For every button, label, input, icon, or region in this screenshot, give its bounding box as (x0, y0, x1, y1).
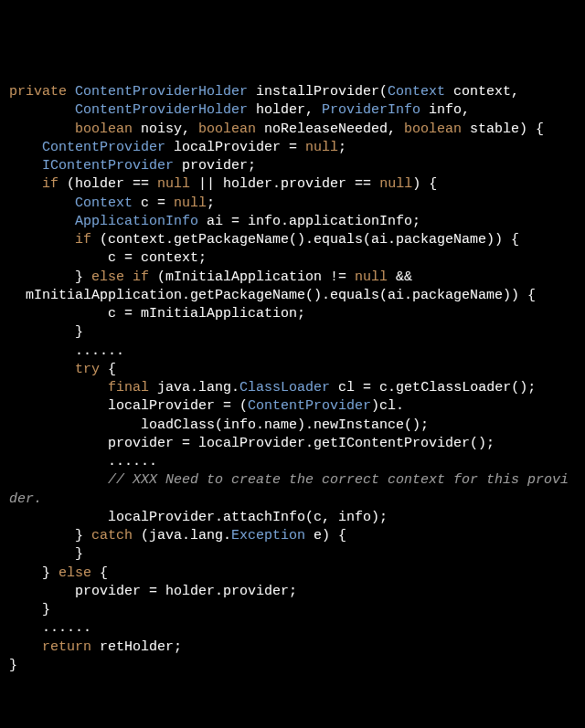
code-token: (java.lang. (133, 528, 231, 543)
code-token: null (379, 176, 412, 192)
code-token: boolean (75, 121, 133, 137)
code-token: noisy, (133, 121, 198, 137)
code-token: Context (388, 84, 445, 100)
code-token: (holder == (58, 176, 157, 192)
code-token: null (305, 140, 338, 155)
code-token: else (58, 565, 91, 581)
code-token: null (355, 269, 388, 285)
code-token: boolean (198, 121, 256, 137)
code-token: ContentProviderHolder (75, 102, 248, 118)
code-token: ContentProvider (248, 398, 371, 414)
code-token: if (75, 232, 91, 248)
code-token: else if (91, 269, 149, 285)
code-token: c = (133, 195, 174, 211)
code-token: return (42, 639, 91, 655)
code-token: try (75, 362, 100, 377)
code-token: catch (91, 528, 133, 543)
code-token: ContentProviderHolder (75, 84, 248, 100)
code-token: ClassLoader (239, 380, 330, 396)
code-token: noReleaseNeeded, (256, 121, 404, 137)
code-token: IContentProvider (42, 158, 174, 174)
code-token: boolean (404, 121, 462, 137)
code-token: null (157, 176, 190, 192)
code-token: if (42, 176, 58, 192)
code-token: private (9, 84, 67, 100)
code-token: java.lang. (149, 380, 239, 396)
code-token (67, 84, 75, 100)
code-token: ApplicationInfo (75, 214, 198, 229)
code-token: localProvider = (165, 140, 305, 155)
code-token: final (108, 380, 149, 396)
code-token: || holder.provider == (190, 176, 379, 192)
code-token: ProviderInfo (322, 102, 420, 118)
code-token: installProvider( (248, 84, 388, 100)
code-token: Context (75, 195, 133, 211)
code-token: Exception (231, 528, 305, 543)
code-token: ContentProvider (42, 140, 165, 155)
code-token: null (174, 195, 207, 211)
code-block: private ContentProviderHolder installPro… (9, 83, 576, 675)
code-token: (mInitialApplication != (149, 269, 355, 285)
code-token: holder, (248, 102, 322, 118)
